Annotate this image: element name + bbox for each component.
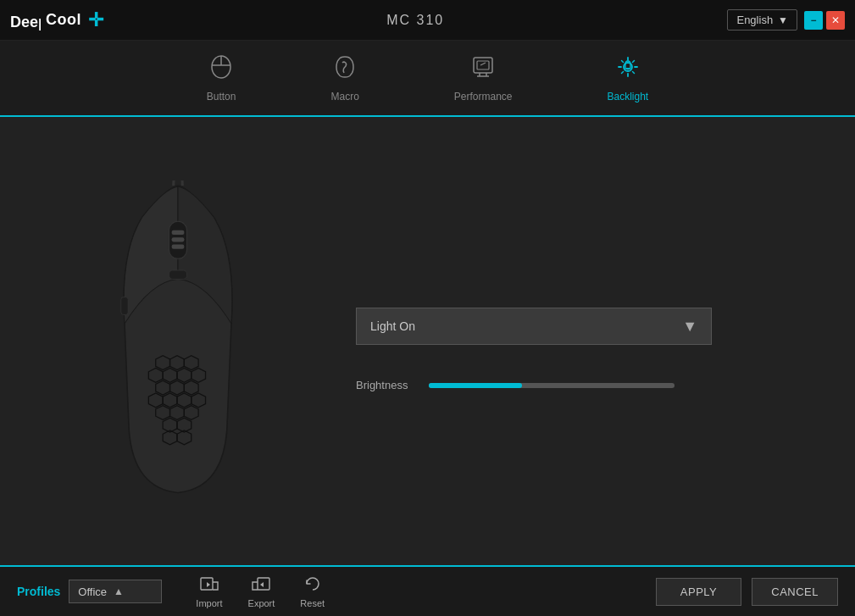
svg-rect-16: [172, 244, 185, 248]
svg-text:Deep: Deep: [10, 14, 41, 31]
profile-selector[interactable]: Office ▲: [69, 580, 162, 603]
dropdown-chevron-icon: ▼: [682, 318, 697, 336]
macro-tab-icon: [332, 54, 358, 86]
app-title: MC 310: [386, 13, 444, 28]
logo-plus-icon: ✛: [88, 9, 103, 31]
brightness-slider[interactable]: [429, 383, 675, 388]
brightness-fill: [429, 383, 522, 388]
language-chevron-icon: ▼: [778, 14, 788, 26]
window-controls: − ✕: [804, 11, 845, 30]
button-tab-label: Button: [207, 91, 236, 103]
nav-tabs: Button Macro Performance: [0, 41, 855, 117]
svg-line-9: [480, 63, 486, 65]
import-icon: [200, 575, 219, 597]
mouse-image: [89, 180, 267, 502]
cancel-button[interactable]: CANCEL: [752, 578, 838, 606]
tab-macro[interactable]: Macro: [317, 47, 372, 109]
footer-right-buttons: APPLY CANCEL: [656, 578, 838, 606]
svg-rect-5: [477, 61, 489, 69]
minimize-button[interactable]: −: [804, 11, 823, 30]
profile-name: Office: [78, 585, 107, 598]
export-action[interactable]: Export: [248, 575, 275, 608]
brightness-label: Brightness: [356, 379, 415, 391]
logo-icon: Deep: [10, 8, 41, 32]
svg-rect-18: [169, 270, 187, 280]
logo: Deep Cool ✛: [10, 8, 103, 32]
reset-action[interactable]: Reset: [300, 575, 325, 608]
svg-rect-15: [172, 237, 185, 241]
svg-rect-17: [121, 297, 128, 314]
brightness-row: Brightness: [356, 379, 821, 391]
import-label: Import: [196, 598, 222, 608]
mouse-area: [34, 134, 322, 548]
light-mode-dropdown[interactable]: Light On ▼: [356, 308, 712, 345]
footer-actions: Import Export Reset: [196, 575, 325, 608]
apply-button[interactable]: APPLY: [656, 578, 741, 606]
app-header: Deep Cool ✛ MC 310 English ▼ − ✕: [0, 0, 855, 41]
macro-tab-label: Macro: [330, 91, 358, 103]
backlight-tab-icon: [615, 54, 641, 86]
export-icon: [252, 575, 270, 597]
main-content: Light On ▼ Brightness: [0, 117, 855, 565]
profiles-label: Profiles: [17, 585, 60, 598]
reset-icon: [303, 575, 322, 597]
light-mode-value: Light On: [370, 319, 415, 333]
right-panel: Light On ▼ Brightness: [356, 291, 821, 391]
reset-label: Reset: [300, 598, 325, 608]
svg-rect-14: [172, 230, 185, 234]
logo-text: Cool: [46, 11, 81, 29]
close-button[interactable]: ✕: [826, 11, 845, 30]
performance-tab-icon: [470, 54, 496, 86]
import-action[interactable]: Import: [196, 575, 222, 608]
export-label: Export: [248, 598, 275, 608]
tab-backlight[interactable]: Backlight: [594, 47, 663, 109]
backlight-tab-label: Backlight: [608, 91, 649, 103]
svg-rect-4: [474, 58, 492, 73]
tab-button[interactable]: Button: [193, 47, 250, 109]
button-tab-icon: [208, 54, 234, 86]
language-value: English: [736, 14, 773, 26]
tab-performance[interactable]: Performance: [441, 47, 526, 109]
performance-tab-label: Performance: [454, 91, 513, 103]
profiles-section: Profiles Office ▲: [17, 580, 162, 603]
footer: Profiles Office ▲ Import: [0, 565, 855, 616]
language-selector[interactable]: English ▼: [727, 9, 797, 31]
profile-up-arrow-icon: ▲: [114, 585, 124, 597]
header-right: English ▼ − ✕: [727, 9, 845, 31]
